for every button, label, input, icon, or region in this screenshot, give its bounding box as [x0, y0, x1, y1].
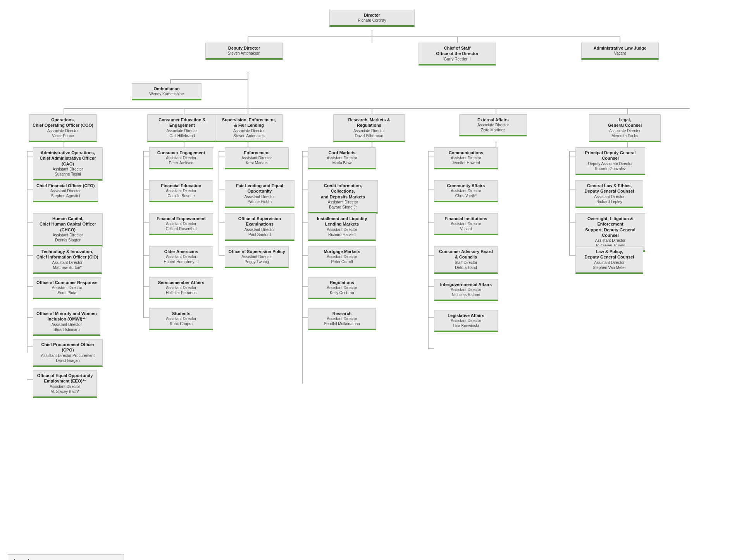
admin-ops-node: Administrative Operations, Chief Adminis… [33, 147, 103, 181]
cos-title: Chief of Staff Office of the Director [422, 45, 493, 57]
cab-role: Staff Director [437, 260, 494, 265]
human-capital-node: Human Capital, Chief Human Capital Offic… [33, 213, 103, 246]
connector-lines [8, 8, 736, 543]
ol-role: Assistant Director [579, 238, 642, 243]
enforcement-node: Enforcement Assistant Director Kent Mark… [225, 147, 289, 169]
fi-role: Assistant Director [437, 221, 494, 226]
ombudsman-name: Wendy Kamenshine [135, 91, 198, 96]
ops-name: Victor Prince [33, 133, 93, 138]
cr-title: Office of Consumer Response [36, 280, 98, 285]
org-chart: Director Richard Cordray Deputy Director… [8, 8, 736, 560]
rd-role: Assistant Director [312, 316, 372, 321]
general-law-ethics-node: General Law & Ethics, Deputy General Cou… [575, 180, 643, 208]
research-div-node: Research Assistant Director Sendhil Mull… [308, 308, 376, 330]
communications-node: Communications Assistant Director Jennif… [434, 147, 498, 169]
fair-lending-node: Fair Lending and Equal Opportunity Assis… [225, 180, 294, 208]
hc-title: Human Capital, Chief Human Capital Offic… [36, 216, 99, 233]
ce-role: Assistant Director [153, 155, 210, 160]
community-affairs-node: Community Affairs Assistant Director Chr… [434, 180, 498, 202]
ci-name: Bayard Stone Jr [312, 205, 374, 210]
consumer-response-node: Office of Consumer Response Assistant Di… [33, 277, 101, 299]
fe-name: Camille Busette [153, 193, 210, 198]
ig-name: Nicholas Rathod [437, 292, 494, 297]
financial-empowerment-node: Financial Empowerment Assistant Director… [149, 213, 213, 235]
mortgage-markets-node: Mortgage Markets Assistant Director Pete… [308, 246, 376, 268]
cm-name: Marla Blow [312, 160, 372, 165]
gle-role: Assistant Director [579, 194, 640, 199]
cr-name: Scott Pluta [36, 290, 98, 295]
cpo-node: Chief Procurement Officer (CPO) Assistan… [33, 339, 103, 367]
fe-title: Financial Education [153, 183, 210, 188]
eeo-name: M. Stacey Bach* [36, 389, 93, 394]
cm-title: Card Markets [312, 150, 372, 155]
cfo-name: Stephen Agostini [36, 193, 95, 198]
cos-name: Garry Reeder II [422, 57, 493, 62]
res-title: Research, Markets & Regulations [337, 117, 401, 128]
eeo-node: Office of Equal Opportunity Employment (… [33, 370, 97, 398]
pd-name: Roberto Gonzalez [579, 166, 642, 171]
reg-name: Kelly Cochran [312, 290, 372, 295]
ci-title: Credit Information, Collections, and Dep… [312, 183, 374, 200]
sm-name: Hollister Petraeus [153, 290, 210, 295]
fi-title: Financial Institutions [437, 216, 494, 221]
consumer-ed-node: Consumer Education & Engagement Associat… [147, 114, 217, 142]
consumer-engagement-node: Consumer Engagement Assistant Director P… [149, 147, 213, 169]
supervision-exam-node: Office of Supervision Examinations Assis… [225, 213, 294, 241]
stu-role: Assistant Director [153, 316, 210, 321]
deputy-title: Deputy Director [209, 45, 279, 51]
cpo-name: David Gragan [36, 358, 99, 363]
fl-role: Assistant Director [228, 194, 291, 199]
la-role: Assistant Director [437, 318, 494, 323]
omwi-node: Office of Minority and Women Inclusion (… [33, 308, 100, 336]
enf-title: Enforcement [228, 150, 285, 155]
ti-title: Technology & Innovation, Chief Informati… [36, 249, 98, 260]
chief-of-staff-node: Chief of Staff Office of the Director Ga… [418, 43, 496, 65]
sp-title: Office of Supervision Policy [228, 249, 285, 254]
research-node: Research, Markets & Regulations Associat… [333, 114, 405, 142]
leg-role: Associate Director [592, 128, 657, 133]
ol-title: Oversight, Litigation & Enforcement Supp… [579, 216, 642, 238]
lp-name: Stephen Van Meter [579, 265, 640, 270]
omwi-title: Office of Minority and Women Inclusion (… [36, 311, 97, 322]
oa-name: Hubert Humphrey III [153, 259, 210, 264]
il-role: Assistant Director [312, 227, 372, 232]
admin-law-judge-node: Administrative Law Judge Vacant [581, 43, 659, 60]
femp-title: Financial Empowerment [153, 216, 210, 221]
ao-title: Administrative Operations, Chief Adminis… [36, 150, 99, 167]
fe-role: Assistant Director [153, 188, 210, 193]
deputy-name: Steven Antonakes* [209, 51, 279, 56]
ombudsman-title: Ombudsman [135, 86, 198, 91]
pd-title: Principal Deputy General Counsel [579, 150, 642, 161]
mm-name: Peter Carroll [312, 259, 372, 264]
cab-name: Delicia Hand [437, 265, 494, 270]
financial-education-node: Financial Education Assistant Director C… [149, 180, 213, 202]
eeo-role: Assistant Director [36, 384, 93, 389]
gle-title: General Law & Ethics, Deputy General Cou… [579, 183, 640, 194]
stu-name: Rohit Chopra [153, 321, 210, 326]
students-node: Students Assistant Director Rohit Chopra [149, 308, 213, 330]
credit-info-node: Credit Information, Collections, and Dep… [308, 180, 378, 214]
ca-name: Chris Vaeth* [437, 193, 494, 198]
com-title: Communications [437, 150, 494, 155]
fl-name: Patrice Ficklin [228, 199, 291, 204]
fl-title: Fair Lending and Equal Opportunity [228, 183, 291, 194]
supervision-policy-node: Office of Supervision Policy Assistant D… [225, 246, 289, 268]
hc-role: Assistant Director [36, 233, 99, 238]
femp-role: Assistant Director [153, 221, 210, 226]
installment-node: Installment and Liquidity Lending Market… [308, 213, 376, 241]
deputy-director-node: Deputy Director Steven Antonakes* [205, 43, 283, 60]
law-policy-node: Law & Policy, Deputy General Counsel Ass… [575, 246, 643, 274]
ca-title: Community Affairs [437, 183, 494, 188]
legal-node: Legal, General Counsel Associate Directo… [589, 114, 661, 142]
enf-role: Assistant Director [228, 155, 285, 160]
enf-name: Kent Markus [228, 160, 285, 165]
ig-role: Assistant Director [437, 287, 494, 292]
sup-title: Supervision, Enforcement, & Fair Lending [219, 117, 279, 128]
ao-role: Assistant Director [36, 167, 99, 172]
tech-innovation-node: Technology & Innovation, Chief Informati… [33, 246, 102, 274]
alj-title: Administrative Law Judge [585, 45, 655, 51]
ced-title: Consumer Education & Engagement [151, 117, 214, 128]
oa-role: Assistant Director [153, 254, 210, 259]
oa-title: Older Americans [153, 249, 210, 254]
la-title: Legislative Affairs [437, 313, 494, 318]
